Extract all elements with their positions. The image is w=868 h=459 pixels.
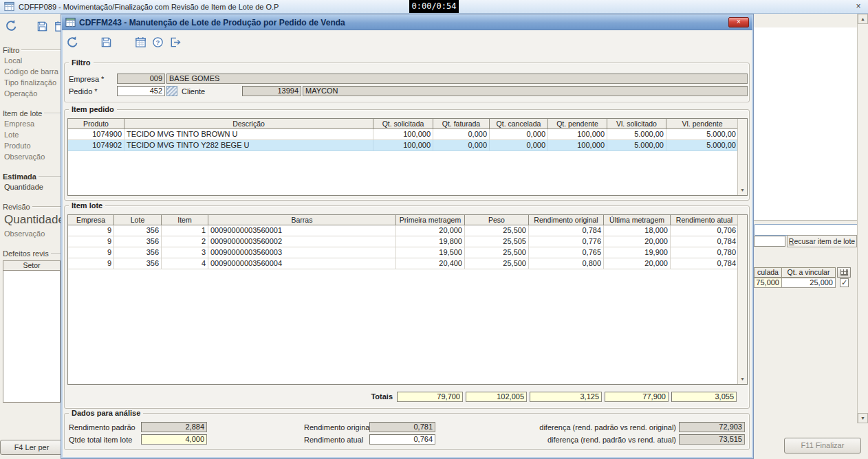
table-cell: 20,000 <box>604 236 671 247</box>
column-header[interactable]: Item <box>162 215 208 225</box>
dialog-titlebar[interactable]: CDFFM243 - Manutenção de Lote de Produçã… <box>62 15 752 30</box>
pedido-field[interactable]: 452 <box>117 86 165 96</box>
vincular-checkbox[interactable]: ✓ <box>840 278 849 287</box>
item-lote-scrollbar[interactable]: ▼ <box>737 215 747 384</box>
diferenca-original-field: 72,903 <box>679 422 745 432</box>
column-header[interactable]: Qt. solicitada <box>373 119 433 129</box>
qt-a-vincular-cell[interactable]: 25,000 <box>781 278 836 288</box>
table-row[interactable]: 935640009000000356000420,40025,5000,8002… <box>68 258 747 269</box>
totals-field: 77,900 <box>605 392 669 402</box>
defects-list[interactable] <box>3 271 61 403</box>
table-cell: 5.000,00 <box>666 129 739 140</box>
save-icon[interactable] <box>100 36 112 49</box>
column-header[interactable]: Vl. pendente <box>666 119 739 129</box>
scroll-down-icon[interactable]: ▼ <box>738 375 747 384</box>
column-header[interactable]: Produto <box>68 119 124 129</box>
table-cell: 19,800 <box>396 236 465 247</box>
table-row[interactable]: 935620009000000356000219,80025,5050,7762… <box>68 236 747 247</box>
defects-column-header-setor[interactable]: Setor <box>3 260 61 271</box>
totals-field: 102,005 <box>466 392 527 402</box>
rendimento-padrao-label: Rendimento padrão <box>69 423 135 432</box>
column-header[interactable]: Qt. pendente <box>548 119 607 129</box>
bg-right-combobox[interactable] <box>754 224 858 236</box>
column-header-vinculada[interactable]: culada <box>754 267 782 278</box>
column-header-qt-a-vincular[interactable]: Qt. a vincular <box>781 267 836 278</box>
column-header[interactable]: Barras <box>208 215 396 225</box>
table-row[interactable]: 1074900TECIDO MVG TINTO BROWN U100,0000,… <box>68 129 747 140</box>
bg-sidebar: FiltroLocalCódigo de barraTipo finalizaç… <box>3 45 61 403</box>
dados-analise-legend: Dados para análise <box>69 409 143 417</box>
table-cell: 0,784 <box>671 258 739 269</box>
sidebar-group-header: Estimada <box>3 172 61 181</box>
qtde-total-label: Qtde total item lote <box>69 436 132 444</box>
sidebar-field-label: Código de barra <box>3 66 61 77</box>
f4-ler-button[interactable]: F4 Ler per <box>0 440 63 455</box>
column-header[interactable]: Qt. cancelada <box>490 119 548 129</box>
undo-icon[interactable] <box>66 36 79 50</box>
bg-right-input[interactable] <box>754 236 785 247</box>
sidebar-field-label: Empresa <box>3 118 61 129</box>
empresa-code-field: 009 <box>117 74 165 84</box>
table-cell: 0,000 <box>490 129 548 140</box>
scroll-down-icon[interactable]: ▼ <box>738 186 747 195</box>
dialog-close-button[interactable]: × <box>728 17 749 27</box>
table-cell: 25,500 <box>465 258 529 269</box>
totals-row: Totais 79,700102,0053,12577,9003,055 <box>65 392 749 403</box>
recusar-item-lote-button[interactable]: Recusar item de lote <box>787 235 857 247</box>
table-cell: 9 <box>68 225 114 236</box>
table-cell: 100,000 <box>373 129 433 140</box>
item-pedido-scrollbar[interactable]: ▼ <box>737 119 747 195</box>
sidebar-group-header: Filtro <box>3 45 61 55</box>
help-icon[interactable]: ? <box>152 36 164 49</box>
column-header[interactable]: Rendimento atual <box>671 215 739 225</box>
vertical-scrollbar[interactable]: ▲ ▼ <box>857 14 868 423</box>
table-cell: 19,500 <box>396 247 465 258</box>
column-header[interactable]: Descrição <box>124 119 373 129</box>
undo-icon[interactable] <box>5 19 18 34</box>
column-header[interactable]: Qt. faturada <box>433 119 490 129</box>
table-cell: 0,706 <box>671 225 739 236</box>
bg-right-panel <box>754 27 857 221</box>
table-cell: 0,784 <box>529 225 604 236</box>
column-header[interactable]: Lote <box>114 215 162 225</box>
table-cell: 5.000,00 <box>607 129 666 140</box>
save-icon[interactable] <box>36 21 48 34</box>
item-lote-groupbox: Item lote ▼ EmpresaLoteItemBarrasPrimeir… <box>64 205 750 409</box>
filtro-groupbox: Filtro Empresa * 009 BASE GOMES Pedido *… <box>64 63 750 102</box>
rendimento-atual-field[interactable]: 0,764 <box>369 434 435 445</box>
pedido-label: Pedido * <box>69 87 98 96</box>
divider <box>21 49 61 51</box>
table-cell: 1074902 <box>68 140 124 151</box>
table-header-row: ProdutoDescriçãoQt. solicitadaQt. fatura… <box>68 119 747 129</box>
divider <box>51 253 61 254</box>
exit-icon[interactable] <box>169 36 181 49</box>
column-header[interactable]: Vl. solicitado <box>607 119 666 129</box>
column-header[interactable]: Peso <box>465 215 529 225</box>
qtde-total-field[interactable]: 4,000 <box>141 434 207 445</box>
rendimento-atual-label: Rendimento atual <box>304 436 363 444</box>
item-pedido-groupbox: Item pedido ▼ ProdutoDescriçãoQt. solici… <box>64 109 750 201</box>
table-cell: 356 <box>114 247 162 258</box>
table-row[interactable]: 935630009000000356000319,50025,5000,7651… <box>68 247 747 258</box>
column-header[interactable]: Primeira metragem <box>396 215 465 225</box>
cliente-name-field: MAYCON <box>303 86 748 96</box>
totals-label: Totais <box>312 392 393 401</box>
scroll-up-icon[interactable]: ▲ <box>858 14 868 24</box>
column-header[interactable]: Última metragem <box>604 215 671 225</box>
grid-options-button[interactable] <box>837 267 851 278</box>
table-cell: 0,000 <box>490 140 548 151</box>
scroll-down-icon[interactable]: ▼ <box>858 413 868 423</box>
table-row[interactable]: 1074902TECIDO MVG TINTO Y282 BEGE U100,0… <box>68 140 747 151</box>
qt-vinculada-cell: 75,000 <box>754 278 782 288</box>
column-header[interactable]: Rendimento original <box>529 215 604 225</box>
divider <box>32 206 61 208</box>
lookup-button[interactable] <box>166 86 177 96</box>
calendar-icon[interactable] <box>135 36 147 49</box>
bg-close-icon[interactable]: × <box>853 1 864 12</box>
table-row[interactable]: 935610009000000356000120,00025,5000,7841… <box>68 225 747 236</box>
grid-icon <box>840 269 848 276</box>
table-header-row: EmpresaLoteItemBarrasPrimeira metragemPe… <box>68 215 747 225</box>
f11-finalizar-button[interactable]: F11 Finalizar <box>784 438 861 454</box>
column-header[interactable]: Empresa <box>68 215 114 225</box>
table-cell: 0,765 <box>529 247 604 258</box>
